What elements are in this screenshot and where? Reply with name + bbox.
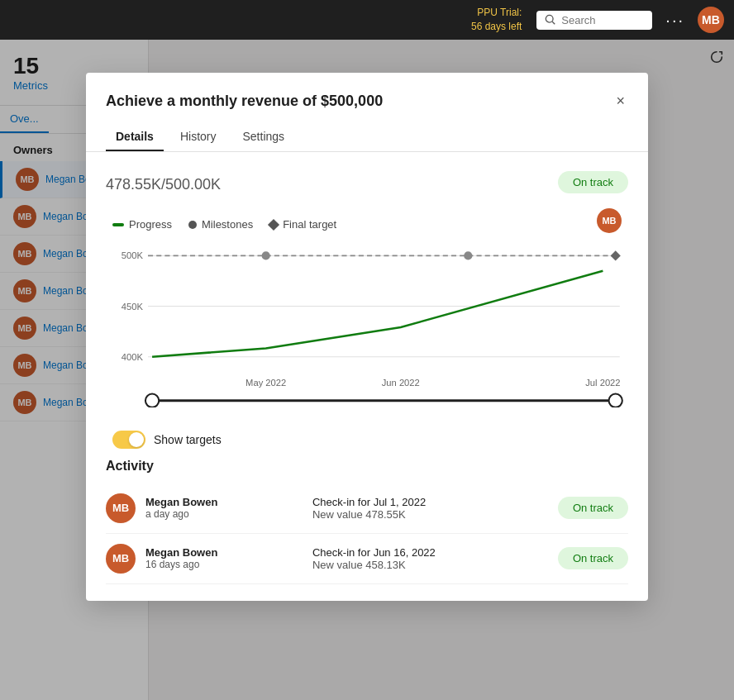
activity-detail-text: Check-in for Jun 16, 2022: [312, 546, 548, 559]
tab-details[interactable]: Details: [106, 123, 164, 151]
svg-point-16: [145, 394, 159, 407]
search-icon: [545, 14, 556, 26]
activity-person-name: Megan Bowen: [145, 496, 303, 508]
activity-info: Megan Bowen a day ago: [145, 496, 303, 520]
value-row: 478.55K/500.00K On track: [106, 169, 628, 195]
activity-avatar: MB: [106, 544, 136, 574]
chart-avatar: MB: [597, 208, 622, 233]
activity-subdetail-text: New value 478.55K: [312, 508, 548, 521]
svg-text:May 2022: May 2022: [245, 378, 286, 388]
trial-label: PPU Trial:: [477, 7, 522, 18]
activity-person-name: Megan Bowen: [145, 546, 303, 559]
svg-text:450K: 450K: [122, 302, 144, 312]
tab-settings[interactable]: Settings: [232, 123, 294, 151]
tab-history[interactable]: History: [170, 123, 226, 151]
activity-subdetail-text: New value 458.13K: [312, 559, 548, 571]
activity-title: Activity: [106, 459, 628, 474]
activity-avatar: MB: [106, 493, 136, 523]
search-box[interactable]: [536, 11, 652, 30]
status-badge: On track: [558, 171, 628, 193]
svg-point-13: [464, 251, 472, 260]
svg-text:Jun 2022: Jun 2022: [382, 378, 420, 388]
metric-value: 478.55K/500.00K: [106, 169, 221, 195]
more-options-button[interactable]: ···: [660, 9, 689, 31]
chart-container: MB Progress Milestones Fi: [106, 208, 628, 407]
modal-tabs: Details History Settings: [86, 123, 648, 152]
activity-details: Check-in for Jul 1, 2022 New value 478.5…: [312, 496, 548, 521]
chart-svg: 500K 450K 400K May 2022 Jun 2022 Jul 202…: [106, 239, 628, 407]
trial-days: 56 days left: [471, 21, 522, 32]
modal-overlay: Achieve a monthly revenue of $500,000 × …: [0, 40, 734, 700]
modal-body: 478.55K/500.00K On track MB Progress: [86, 152, 648, 601]
activity-info: Megan Bowen 16 days ago: [145, 546, 303, 570]
legend-milestones: Milestones: [188, 218, 253, 231]
svg-text:500K: 500K: [122, 250, 144, 260]
chart-legend: Progress Milestones Final target: [106, 218, 628, 231]
svg-text:400K: 400K: [122, 352, 144, 362]
show-targets-row: Show targets: [106, 421, 628, 459]
final-target-icon: [268, 218, 279, 230]
svg-point-12: [262, 251, 270, 260]
main-area: 15 Metrics Ove... Owners MB Megan Bower …: [0, 40, 734, 700]
legend-progress: Progress: [112, 218, 172, 231]
svg-marker-14: [611, 250, 621, 260]
modal-title: Achieve a monthly revenue of $500,000: [106, 93, 383, 110]
chart-svg-wrapper: 500K 450K 400K May 2022 Jun 2022 Jul 202…: [106, 239, 628, 407]
activity-details: Check-in for Jun 16, 2022 New value 458.…: [312, 546, 548, 571]
show-targets-toggle[interactable]: [112, 431, 145, 449]
svg-point-17: [609, 394, 622, 407]
svg-point-0: [546, 15, 554, 22]
user-avatar[interactable]: MB: [698, 7, 724, 33]
activity-timestamp: 16 days ago: [145, 559, 303, 570]
trial-info: PPU Trial: 56 days left: [471, 6, 522, 34]
progress-icon: [112, 223, 124, 226]
legend-final-target: Final target: [269, 218, 336, 231]
modal-dialog: Achieve a monthly revenue of $500,000 × …: [86, 73, 648, 601]
activity-status-badge: On track: [558, 547, 628, 569]
activity-detail-text: Check-in for Jul 1, 2022: [312, 496, 548, 508]
activity-status-badge: On track: [558, 497, 628, 519]
activity-item: MB Megan Bowen 16 days ago Check-in for …: [106, 534, 628, 584]
show-targets-label: Show targets: [154, 433, 222, 446]
activity-timestamp: a day ago: [145, 508, 303, 520]
activity-item: MB Megan Bowen a day ago Check-in for Ju…: [106, 483, 628, 534]
search-input[interactable]: [561, 14, 644, 26]
modal-header: Achieve a monthly revenue of $500,000 ×: [86, 73, 648, 113]
milestones-icon: [188, 221, 197, 229]
svg-line-1: [553, 21, 555, 24]
top-navigation: PPU Trial: 56 days left ··· MB: [0, 0, 734, 40]
close-button[interactable]: ×: [612, 89, 628, 113]
svg-text:Jul 2022: Jul 2022: [585, 378, 620, 388]
